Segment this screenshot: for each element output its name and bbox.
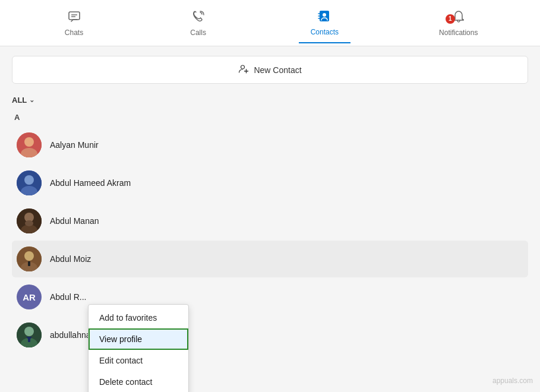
bell-icon: 1 <box>451 10 466 26</box>
top-navigation: Chats Calls Contacts <box>0 0 540 46</box>
watermark: appuals.com <box>492 377 533 385</box>
svg-rect-25 <box>28 261 30 266</box>
svg-point-13 <box>24 137 34 147</box>
svg-point-8 <box>241 65 245 69</box>
section-label-a: A <box>12 113 528 122</box>
avatar <box>17 323 42 347</box>
contacts-icon <box>317 9 331 26</box>
contact-name: Abdul Hameed Akram <box>50 178 131 188</box>
nav-item-calls[interactable]: Calls <box>175 4 222 43</box>
nav-contacts-label: Contacts <box>311 28 339 36</box>
nav-item-chats[interactable]: Chats <box>50 4 98 43</box>
nav-item-notifications[interactable]: 1 Notifications <box>427 4 490 43</box>
context-menu-edit-contact[interactable]: Edit contact <box>89 350 188 371</box>
svg-point-21 <box>25 220 33 226</box>
context-menu: Add to favorites View profile Edit conta… <box>88 304 189 392</box>
filter-label: ALL <box>12 96 27 105</box>
avatar <box>17 208 42 233</box>
contact-name: Abdul R... <box>50 292 86 302</box>
svg-point-27 <box>24 327 34 336</box>
contact-item[interactable]: Abdul Moiz <box>12 241 528 277</box>
nav-notifications-label: Notifications <box>439 29 478 37</box>
filter-row[interactable]: ALL ⌄ <box>12 96 528 105</box>
new-contact-label: New Contact <box>254 65 301 75</box>
contact-name: Abdul Manan <box>50 216 99 226</box>
main-content: New Contact ALL ⌄ A Aalyan Munir <box>0 46 540 392</box>
new-contact-button[interactable]: New Contact <box>12 56 528 84</box>
chevron-down-icon: ⌄ <box>29 96 34 104</box>
nav-item-contacts[interactable]: Contacts <box>299 3 350 43</box>
context-menu-view-profile[interactable]: View profile <box>89 328 188 350</box>
nav-calls-label: Calls <box>190 29 206 37</box>
avatar <box>17 132 42 157</box>
contact-name: Abdul Moiz <box>50 254 91 264</box>
nav-chats-label: Chats <box>65 29 83 37</box>
svg-point-4 <box>323 13 326 17</box>
avatar <box>17 246 42 271</box>
contact-item[interactable]: Aalyan Munir <box>12 127 528 163</box>
contact-name: Aalyan Munir <box>50 140 99 150</box>
add-contact-icon <box>238 64 249 76</box>
context-menu-delete-contact[interactable]: Delete contact <box>89 371 188 392</box>
svg-point-16 <box>24 175 34 185</box>
svg-point-23 <box>24 251 34 261</box>
svg-rect-0 <box>69 12 80 20</box>
context-menu-add-favorites[interactable]: Add to favorites <box>89 307 188 328</box>
notification-badge: 1 <box>446 14 455 24</box>
call-icon <box>191 10 206 26</box>
chat-icon <box>67 10 81 26</box>
avatar: AR <box>17 284 42 309</box>
avatar <box>17 170 42 195</box>
contact-item[interactable]: Abdul Hameed Akram <box>12 165 528 201</box>
contact-item[interactable]: Abdul Manan <box>12 203 528 239</box>
